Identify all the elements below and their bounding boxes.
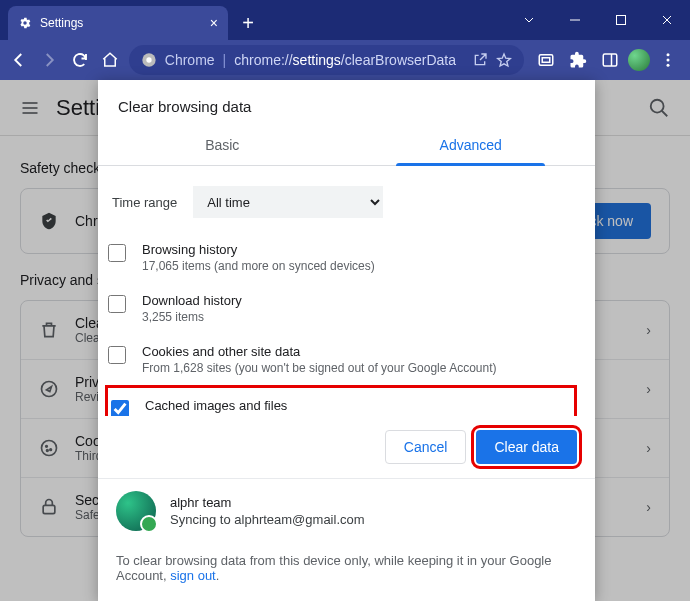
gear-icon xyxy=(18,16,32,30)
clear-browsing-data-dialog: Clear browsing data Basic Advanced Time … xyxy=(98,80,595,601)
chrome-icon xyxy=(141,52,157,68)
time-range-select[interactable]: All time xyxy=(193,186,383,218)
browser-toolbar: Chrome | chrome://settings/clearBrowserD… xyxy=(0,40,690,80)
window-controls xyxy=(506,0,690,40)
star-icon[interactable] xyxy=(496,52,512,68)
checkbox-cookies[interactable] xyxy=(108,346,126,364)
reload-button[interactable] xyxy=(68,46,90,74)
new-tab-button[interactable]: + xyxy=(234,9,262,37)
dialog-tabs: Basic Advanced xyxy=(98,127,595,166)
svg-rect-6 xyxy=(539,55,553,66)
share-icon[interactable] xyxy=(472,52,488,68)
svg-rect-1 xyxy=(617,16,626,25)
option-browsing-history[interactable]: Browsing history17,065 items (and more o… xyxy=(108,232,577,283)
checkbox-browsing-history[interactable] xyxy=(108,244,126,262)
forward-button[interactable] xyxy=(38,46,60,74)
option-cached-images[interactable]: Cached images and files318 MB xyxy=(105,385,577,416)
tab-basic[interactable]: Basic xyxy=(98,127,347,165)
minimize-button[interactable] xyxy=(552,0,598,40)
tab-advanced[interactable]: Advanced xyxy=(347,127,596,165)
option-download-history[interactable]: Download history3,255 items xyxy=(108,283,577,334)
option-cookies[interactable]: Cookies and other site dataFrom 1,628 si… xyxy=(108,334,577,385)
footnote: To clear browsing data from this device … xyxy=(98,543,595,601)
svg-rect-8 xyxy=(603,54,617,66)
dialog-title: Clear browsing data xyxy=(98,80,595,127)
window-titlebar: Settings × + xyxy=(0,0,690,40)
time-range-label: Time range xyxy=(112,195,177,210)
url-prefix: Chrome xyxy=(165,52,215,68)
maximize-button[interactable] xyxy=(598,0,644,40)
back-button[interactable] xyxy=(8,46,30,74)
extensions-icon[interactable] xyxy=(564,46,592,74)
url-text: chrome://settings/clearBrowserData xyxy=(234,52,456,68)
checkbox-cached-images[interactable] xyxy=(111,400,129,416)
account-name: alphr team xyxy=(170,495,365,510)
svg-point-10 xyxy=(667,53,670,56)
dropdown-icon[interactable] xyxy=(506,0,552,40)
svg-point-11 xyxy=(667,59,670,62)
account-sync: Syncing to alphrteam@gmail.com xyxy=(170,512,365,527)
sidepanel-icon[interactable] xyxy=(596,46,624,74)
close-button[interactable] xyxy=(644,0,690,40)
account-avatar xyxy=(116,491,156,531)
sign-out-link[interactable]: sign out xyxy=(170,568,216,583)
cancel-button[interactable]: Cancel xyxy=(385,430,467,464)
home-button[interactable] xyxy=(99,46,121,74)
tab-title: Settings xyxy=(40,16,202,30)
account-row: alphr team Syncing to alphrteam@gmail.co… xyxy=(98,479,595,543)
profile-avatar[interactable] xyxy=(628,49,650,71)
screenshot-icon[interactable] xyxy=(532,46,560,74)
checkbox-download-history[interactable] xyxy=(108,295,126,313)
svg-point-12 xyxy=(667,64,670,67)
clear-data-button[interactable]: Clear data xyxy=(476,430,577,464)
svg-point-5 xyxy=(146,57,151,62)
address-bar[interactable]: Chrome | chrome://settings/clearBrowserD… xyxy=(129,45,524,75)
svg-rect-7 xyxy=(542,58,550,63)
browser-tab[interactable]: Settings × xyxy=(8,6,228,40)
tab-close-icon[interactable]: × xyxy=(210,15,218,31)
menu-icon[interactable] xyxy=(654,46,682,74)
